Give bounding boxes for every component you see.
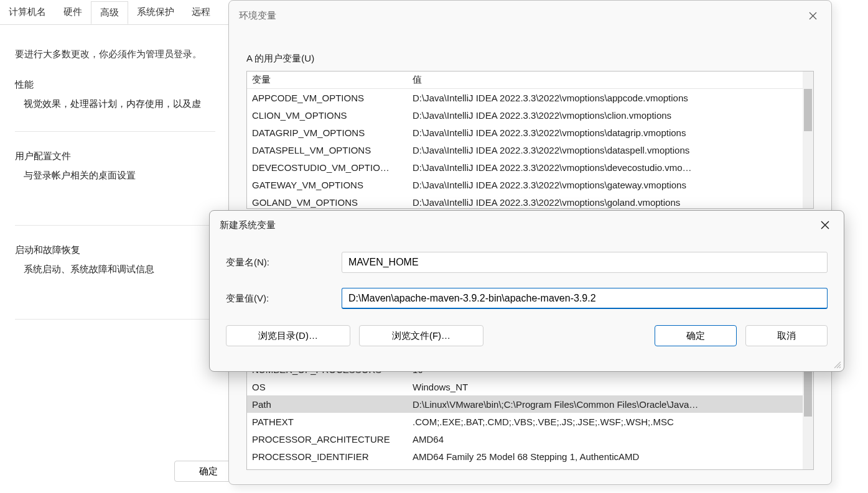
newvar-titlebar: 新建系统变量 — [210, 211, 844, 239]
cell-var: PATHEXT — [252, 417, 413, 427]
cell-val: D:\Java\IntelliJ IDEA 2022.3.3\2022\vmop… — [413, 127, 813, 138]
browse-file-button[interactable]: 浏览文件(F)… — [359, 325, 483, 346]
browse-dir-button[interactable]: 浏览目录(D)… — [226, 325, 350, 346]
table-header: 变量 值 — [247, 71, 813, 89]
admin-note: 要进行大多数更改，你必须作为管理员登录。 — [15, 48, 215, 60]
table-row[interactable]: OSWindows_NT — [247, 378, 813, 395]
button-row: 浏览目录(D)… 浏览文件(F)… 确定 取消 — [226, 325, 828, 346]
cell-var: DATASPELL_VM_OPTIONS — [252, 145, 413, 155]
env-title: 环境变量 — [239, 10, 276, 22]
var-name-label: 变量名(N): — [226, 257, 342, 269]
col-val-header[interactable]: 值 — [413, 74, 813, 86]
close-icon[interactable] — [801, 6, 824, 25]
sysprops-body: 要进行大多数更改，你必须作为管理员登录。 性能 视觉效果，处理器计划，内存使用，… — [0, 25, 230, 332]
cell-val: D:\Java\IntelliJ IDEA 2022.3.3\2022\vmop… — [413, 93, 813, 103]
cell-val: Windows_NT — [413, 382, 813, 392]
var-name-input[interactable] — [342, 252, 828, 273]
table-row[interactable]: APPCODE_VM_OPTIONSD:\Java\IntelliJ IDEA … — [247, 89, 813, 106]
tab-strip: 计算机名 硬件 高级 系统保护 远程 — [0, 0, 230, 25]
var-value-row: 变量值(V): — [226, 288, 828, 309]
table-row[interactable]: DATAGRIP_VM_OPTIONSD:\Java\IntelliJ IDEA… — [247, 124, 813, 141]
table-row[interactable]: PROCESSOR_IDENTIFIERAMD64 Family 25 Mode… — [247, 448, 813, 465]
cell-var: APPCODE_VM_OPTIONS — [252, 93, 413, 103]
newvar-title: 新建系统变量 — [220, 219, 276, 231]
close-icon[interactable] — [814, 215, 836, 235]
system-properties-dialog: 计算机名 硬件 高级 系统保护 远程 要进行大多数更改，你必须作为管理员登录。 … — [0, 0, 230, 493]
table-row[interactable]: PATHEXT.COM;.EXE;.BAT;.CMD;.VBS;.VBE;.JS… — [247, 413, 813, 430]
perf-section-title: 性能 — [15, 79, 215, 91]
env-titlebar: 环境变量 — [229, 1, 831, 30]
divider — [15, 225, 215, 226]
newvar-body: 变量名(N): 变量值(V): 浏览目录(D)… 浏览文件(F)… 确定 取消 — [210, 239, 844, 357]
tab-hardware[interactable]: 硬件 — [55, 1, 91, 23]
cell-val: AMD64 — [413, 434, 813, 445]
table-row[interactable]: PathD:\Linux\VMware\bin\;C:\Program File… — [247, 395, 813, 413]
scrollbar-thumb[interactable] — [804, 89, 812, 131]
cell-val: D:\Java\IntelliJ IDEA 2022.3.3\2022\vmop… — [413, 110, 813, 121]
cell-val: D:\Java\IntelliJ IDEA 2022.3.3\2022\vmop… — [413, 145, 813, 155]
cell-var: DEVECOSTUDIO_VM_OPTIO… — [252, 162, 413, 173]
tab-advanced[interactable]: 高级 — [91, 1, 128, 24]
cell-var: OS — [252, 382, 413, 392]
cell-val: D:\Java\IntelliJ IDEA 2022.3.3\2022\vmop… — [413, 162, 813, 173]
cell-val: .COM;.EXE;.BAT;.CMD;.VBS;.VBE;.JS;.JSE;.… — [413, 417, 813, 427]
system-vars-table[interactable]: NUMBER_OF_PROCESSORS16OSWindows_NTPathD:… — [246, 361, 814, 470]
user-profiles-title: 用户配置文件 — [15, 150, 215, 162]
user-vars-label: A 的用户变量(U) — [246, 53, 814, 65]
divider — [15, 131, 215, 132]
user-vars-table[interactable]: 变量 值 APPCODE_VM_OPTIONSD:\Java\IntelliJ … — [246, 71, 814, 209]
cell-var: PROCESSOR_IDENTIFIER — [252, 451, 413, 462]
startup-title: 启动和故障恢复 — [15, 244, 215, 256]
cell-val: AMD64 Family 25 Model 68 Stepping 1, Aut… — [413, 451, 813, 462]
cell-val: D:\Java\IntelliJ IDEA 2022.3.3\2022\vmop… — [413, 197, 813, 208]
table-row[interactable]: GOLAND_VM_OPTIONSD:\Java\IntelliJ IDEA 2… — [247, 193, 813, 209]
resize-grip-icon[interactable] — [833, 360, 841, 369]
scrollbar[interactable] — [803, 71, 813, 208]
ok-button[interactable]: 确定 — [655, 325, 737, 346]
var-value-label: 变量值(V): — [226, 293, 342, 305]
scrollbar[interactable] — [803, 361, 813, 469]
table-row[interactable]: DATASPELL_VM_OPTIONSD:\Java\IntelliJ IDE… — [247, 141, 813, 159]
startup-desc: 系统启动、系统故障和调试信息 — [24, 264, 215, 275]
divider — [15, 319, 215, 320]
new-system-variable-dialog: 新建系统变量 变量名(N): 变量值(V): 浏览目录(D)… 浏览文件(F)…… — [209, 210, 844, 372]
cell-var: PROCESSOR_ARCHITECTURE — [252, 434, 413, 445]
table-row[interactable]: CLION_VM_OPTIONSD:\Java\IntelliJ IDEA 20… — [247, 106, 813, 124]
cell-val: D:\Linux\VMware\bin\;C:\Program Files\Co… — [413, 399, 813, 410]
tab-computer-name[interactable]: 计算机名 — [0, 1, 55, 23]
cancel-button[interactable]: 取消 — [745, 325, 828, 346]
perf-section-desc: 视觉效果，处理器计划，内存使用，以及虚 — [24, 98, 215, 110]
table-row[interactable]: DEVECOSTUDIO_VM_OPTIO…D:\Java\IntelliJ I… — [247, 159, 813, 176]
cell-var: DATAGRIP_VM_OPTIONS — [252, 127, 413, 138]
user-profiles-desc: 与登录帐户相关的桌面设置 — [24, 170, 215, 182]
cell-var: CLION_VM_OPTIONS — [252, 110, 413, 121]
cell-var: GATEWAY_VM_OPTIONS — [252, 180, 413, 190]
table-row[interactable]: GATEWAY_VM_OPTIONSD:\Java\IntelliJ IDEA … — [247, 176, 813, 193]
tab-remote[interactable]: 远程 — [183, 1, 219, 23]
cell-var: GOLAND_VM_OPTIONS — [252, 197, 413, 208]
var-value-input[interactable] — [342, 288, 828, 309]
table-row[interactable]: PROCESSOR_ARCHITECTUREAMD64 — [247, 430, 813, 448]
cell-var: Path — [252, 399, 413, 410]
var-name-row: 变量名(N): — [226, 252, 828, 273]
cell-val: D:\Java\IntelliJ IDEA 2022.3.3\2022\vmop… — [413, 180, 813, 190]
col-var-header[interactable]: 变量 — [252, 74, 413, 86]
tab-system-protection[interactable]: 系统保护 — [128, 1, 183, 23]
